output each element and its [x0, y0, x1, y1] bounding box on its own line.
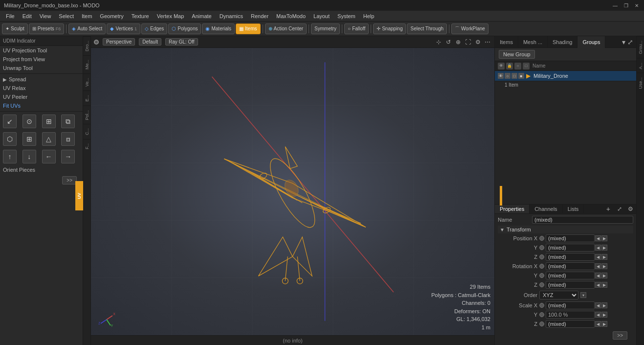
presets-btn[interactable]: ⊞ Presets F6 — [29, 23, 64, 34]
rot-y-right-btn[interactable]: ▶ — [601, 273, 607, 278]
rot-z-right-btn[interactable]: ▶ — [601, 282, 607, 288]
scale-y-right-btn[interactable]: ▶ — [601, 312, 607, 318]
rotate-icon[interactable]: ↺ — [444, 38, 452, 46]
raygl-btn[interactable]: Ray GL: Off — [165, 38, 198, 46]
tool-icon-8[interactable]: ⧈ — [61, 132, 75, 146]
snapping-btn[interactable]: ✛ Snapping — [373, 23, 406, 34]
maximize-btn[interactable]: ❐ — [622, 2, 629, 9]
rot-z-left-btn[interactable]: ◀ — [595, 282, 601, 288]
row-vis-icon[interactable]: □ — [511, 73, 517, 79]
zoom-icon[interactable]: ⊕ — [454, 38, 462, 46]
arrow-right-icon[interactable]: → — [61, 150, 75, 163]
minimize-btn[interactable]: — — [612, 2, 619, 9]
expand-props-btn[interactable]: ⤢ — [614, 206, 625, 212]
row-eye-icon[interactable]: 👁 — [498, 73, 504, 79]
polygons-btn[interactable]: ⬡ Polygons — [168, 23, 201, 34]
side-tab-f[interactable]: F... — [83, 139, 90, 153]
menu-system[interactable]: System — [333, 12, 359, 20]
vis-icon[interactable]: ○ — [514, 63, 521, 69]
uv-side-tab[interactable]: UV — [75, 181, 83, 210]
pos-z-right-btn[interactable]: ▶ — [601, 254, 607, 260]
menu-layout[interactable]: Layout — [310, 12, 333, 20]
tool-icon-1[interactable]: ↙ — [3, 115, 17, 128]
items-list[interactable]: 👁 ○ □ ■ ▶ Military_Drone 1 Item — [495, 71, 636, 204]
menu-animate[interactable]: Animate — [188, 12, 215, 20]
render-icon[interactable]: □ — [523, 63, 530, 69]
perspective-btn[interactable]: Perspective — [103, 38, 135, 46]
rss-tab-a[interactable]: A... — [637, 58, 644, 73]
tool-icon-4[interactable]: ⧉ — [61, 115, 75, 128]
window-controls[interactable]: — ❐ ✕ — [612, 2, 640, 9]
side-tab-me[interactable]: Me... — [83, 55, 90, 73]
menu-help[interactable]: Help — [359, 12, 378, 20]
name-input[interactable] — [532, 216, 633, 224]
scale-x-right-btn[interactable]: ▶ — [601, 302, 607, 308]
more-vp-icon[interactable]: ⋯ — [484, 38, 491, 46]
edges-btn[interactable]: ◇ Edges — [141, 23, 167, 34]
fit-uvs-tool[interactable]: Fit UVs — [0, 101, 83, 110]
props-tab-channels[interactable]: Channels — [530, 205, 562, 213]
fit-icon[interactable]: ⛶ — [464, 38, 472, 46]
uv-relax-tool[interactable]: UV Relax — [0, 84, 83, 92]
tab-mesh[interactable]: Mesh ... — [518, 36, 548, 48]
scale-z-circle[interactable] — [539, 322, 544, 326]
tool-icon-6[interactable]: ⊞ — [22, 132, 36, 146]
project-from-view[interactable]: Project from View — [0, 55, 83, 64]
rot-y-input[interactable] — [546, 272, 595, 279]
rss-tab-grou[interactable]: Grou... — [637, 36, 644, 58]
order-down-btn[interactable]: ▾ — [580, 292, 586, 298]
pos-y-left-btn[interactable]: ◀ — [595, 245, 601, 251]
unwrap-tool[interactable]: Unwrap Tool — [0, 64, 83, 72]
settings-icon[interactable]: ⚙ — [474, 38, 482, 46]
select-through-btn[interactable]: Select Through — [407, 23, 447, 34]
props-tab-properties[interactable]: Properties — [495, 205, 530, 213]
menu-item[interactable]: Item — [78, 12, 96, 20]
lock-icon[interactable]: 🔒 — [506, 63, 513, 69]
rot-x-left-btn[interactable]: ◀ — [595, 263, 601, 269]
pos-x-right-btn[interactable]: ▶ — [601, 235, 607, 241]
menu-texture[interactable]: Texture — [128, 12, 153, 20]
menu-select[interactable]: Select — [55, 12, 78, 20]
expand-tabs-btn[interactable]: ▾ ⤢ — [619, 38, 636, 46]
side-tab-ve[interactable]: Ve... — [83, 73, 90, 91]
scale-x-circle[interactable] — [539, 303, 544, 308]
transform-icon[interactable]: ⊹ — [435, 38, 443, 46]
pos-z-left-btn[interactable]: ◀ — [595, 254, 601, 260]
arrow-down-icon[interactable]: ↓ — [22, 150, 36, 163]
workplane-btn[interactable]: ⌒ WorkPlane — [451, 23, 489, 34]
pos-z-circle[interactable] — [539, 254, 544, 259]
menu-maxtomodo[interactable]: MaxToModo — [272, 12, 310, 20]
materials-btn[interactable]: ◉ Materials — [202, 23, 235, 34]
viewport-canvas[interactable]: 29 Items Polygons : Catmull-Clark Channe… — [91, 48, 494, 335]
pos-y-right-btn[interactable]: ▶ — [601, 245, 607, 251]
order-select[interactable]: XYZ — [539, 291, 578, 299]
rot-z-input[interactable] — [546, 281, 595, 289]
eye-icon[interactable]: 👁 — [498, 63, 505, 69]
rot-x-circle[interactable] — [539, 264, 544, 269]
pos-y-input[interactable] — [546, 244, 595, 252]
rot-x-input[interactable] — [546, 262, 595, 270]
pos-x-circle[interactable] — [539, 236, 544, 241]
auto-select-btn[interactable]: ◈ Auto Select — [68, 23, 106, 34]
props-settings-icon[interactable]: ⚙ — [625, 206, 636, 212]
side-tab-pol[interactable]: Pol... — [83, 106, 90, 124]
tab-items[interactable]: Items — [495, 36, 518, 48]
arrow-left-icon[interactable]: ← — [42, 150, 56, 163]
symmetry-btn[interactable]: Symmetry — [311, 23, 340, 34]
arrow-up-icon[interactable]: ↑ — [3, 150, 17, 163]
pos-x-input[interactable] — [546, 234, 595, 242]
default-btn[interactable]: Default — [139, 38, 161, 46]
rss-tab-use[interactable]: Use... — [637, 73, 644, 93]
scale-y-circle[interactable] — [539, 312, 544, 317]
items-btn[interactable]: ▦ Items — [236, 23, 260, 34]
rot-y-circle[interactable] — [539, 273, 544, 278]
tool-icon-2[interactable]: ⊙ — [22, 115, 36, 128]
scale-x-left-btn[interactable]: ◀ — [595, 302, 601, 308]
tab-groups[interactable]: Groups — [577, 36, 605, 48]
pos-z-input[interactable] — [546, 253, 595, 261]
transform-header[interactable]: ▼ Transform — [498, 226, 633, 233]
scale-z-left-btn[interactable]: ◀ — [595, 321, 601, 327]
rot-x-right-btn[interactable]: ▶ — [601, 263, 607, 269]
side-tab-dro[interactable]: Dro... — [83, 36, 90, 55]
scale-y-left-btn[interactable]: ◀ — [595, 312, 601, 318]
